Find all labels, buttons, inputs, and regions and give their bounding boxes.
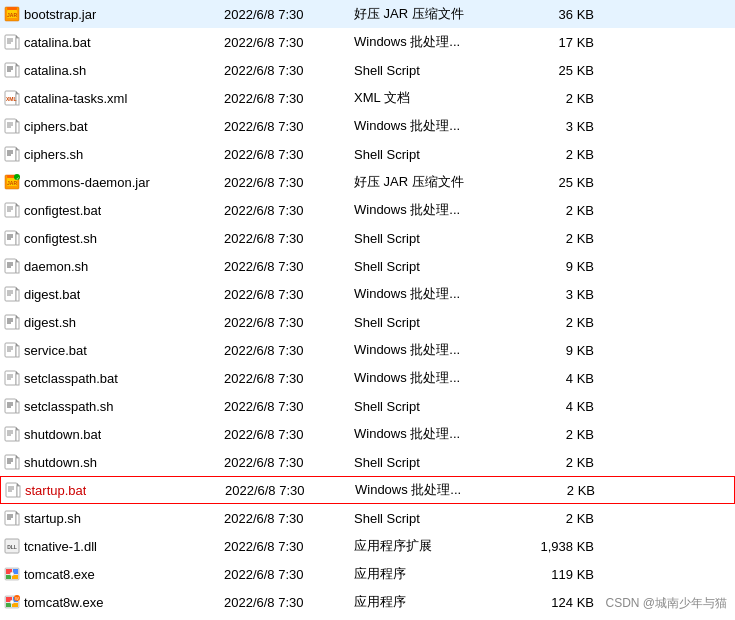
file-list: JAR bootstrap.jar2022/6/8 7:30好压 JAR 压缩文… [0,0,735,620]
svg-rect-3 [7,7,17,10]
table-row[interactable]: daemon.sh2022/6/8 7:30Shell Script9 KB [0,252,735,280]
svg-rect-20 [5,119,16,133]
svg-rect-40 [16,206,19,217]
file-type: Windows 批处理... [355,481,515,499]
table-row[interactable]: configtest.sh2022/6/8 7:30Shell Script2 … [0,224,735,252]
svg-rect-26 [5,147,16,161]
file-size: 2 KB [514,147,594,162]
file-date: 2022/6/8 7:30 [224,399,354,414]
file-name: catalina.sh [24,63,86,78]
file-size: 3 KB [514,287,594,302]
svg-rect-12 [16,66,19,77]
file-date: 2022/6/8 7:30 [224,595,354,610]
file-name: tomcat8.exe [24,567,95,582]
table-row[interactable]: digest.sh2022/6/8 7:30Shell Script2 KB [0,308,735,336]
bat-icon [4,370,20,386]
file-name-col: startup.sh [4,510,224,526]
table-row[interactable]: tomcat8.exe2022/6/8 7:30应用程序119 KB [0,560,735,588]
table-row[interactable]: JAR ✓ commons-daemon.jar2022/6/8 7:30好压 … [0,168,735,196]
bat-icon [4,342,20,358]
file-date: 2022/6/8 7:30 [224,259,354,274]
svg-rect-88 [16,430,19,441]
file-name-col: configtest.sh [4,230,224,246]
file-type: Windows 批处理... [354,285,514,303]
file-date: 2022/6/8 7:30 [224,35,354,50]
table-row[interactable]: digest.bat2022/6/8 7:30Windows 批处理...3 K… [0,280,735,308]
svg-rect-76 [16,374,19,385]
file-size: 119 KB [514,567,594,582]
table-row[interactable]: setclasspath.bat2022/6/8 7:30Windows 批处理… [0,364,735,392]
file-name-col: ciphers.sh [4,146,224,162]
file-date: 2022/6/8 7:30 [224,315,354,330]
file-type: Shell Script [354,315,514,330]
file-name-col: configtest.bat [4,202,224,218]
table-row[interactable]: catalina.sh2022/6/8 7:30Shell Script25 K… [0,56,735,84]
file-name: shutdown.bat [24,427,101,442]
svg-rect-22 [16,122,19,133]
svg-rect-68 [5,343,16,357]
file-type: 应用程序 [354,565,514,583]
file-date: 2022/6/8 7:30 [224,231,354,246]
svg-rect-82 [16,402,19,413]
jar-icon: JAR [4,6,20,22]
sh-icon [4,398,20,414]
table-row[interactable]: startup.sh2022/6/8 7:30Shell Script2 KB [0,504,735,532]
file-size: 3 KB [514,119,594,134]
table-row[interactable]: configtest.bat2022/6/8 7:30Windows 批处理..… [0,196,735,224]
file-name: setclasspath.sh [24,399,114,414]
file-type: Shell Script [354,511,514,526]
file-date: 2022/6/8 7:30 [224,203,354,218]
bat-icon [5,482,21,498]
file-name: tomcat8w.exe [24,595,104,610]
table-row[interactable]: DLL tcnative-1.dll2022/6/8 7:30应用程序扩展1,9… [0,532,735,560]
file-date: 2022/6/8 7:30 [224,455,354,470]
table-row[interactable]: XML catalina-tasks.xml2022/6/8 7:30XML 文… [0,84,735,112]
file-date: 2022/6/8 7:30 [224,427,354,442]
file-date: 2022/6/8 7:30 [224,371,354,386]
file-date: 2022/6/8 7:30 [225,483,355,498]
file-name-col: shutdown.sh [4,454,224,470]
table-row[interactable]: catalina.bat2022/6/8 7:30Windows 批处理...1… [0,28,735,56]
file-size: 2 KB [514,91,594,106]
file-type: Windows 批处理... [354,425,514,443]
svg-rect-86 [5,427,16,441]
file-type: Shell Script [354,455,514,470]
svg-rect-28 [16,150,19,161]
file-date: 2022/6/8 7:30 [224,287,354,302]
file-date: 2022/6/8 7:30 [224,567,354,582]
svg-text:JAR: JAR [7,180,17,186]
file-size: 4 KB [514,399,594,414]
file-name-col: DLL tcnative-1.dll [4,538,224,554]
file-name: setclasspath.bat [24,371,118,386]
table-row[interactable]: setclasspath.sh2022/6/8 7:30Shell Script… [0,392,735,420]
file-size: 25 KB [514,63,594,78]
file-date: 2022/6/8 7:30 [224,539,354,554]
table-row[interactable]: shutdown.sh2022/6/8 7:30Shell Script2 KB [0,448,735,476]
table-row[interactable]: shutdown.bat2022/6/8 7:30Windows 批处理...2… [0,420,735,448]
file-date: 2022/6/8 7:30 [224,63,354,78]
table-row[interactable]: ciphers.bat2022/6/8 7:30Windows 批处理...3 … [0,112,735,140]
file-name-col: ciphers.bat [4,118,224,134]
table-row[interactable]: ciphers.sh2022/6/8 7:30Shell Script2 KB [0,140,735,168]
table-row[interactable]: startup.bat2022/6/8 7:30Windows 批处理...2 … [0,476,735,504]
table-row[interactable]: JAR bootstrap.jar2022/6/8 7:30好压 JAR 压缩文… [0,0,735,28]
file-type: 应用程序 [354,593,514,611]
sh-icon [4,146,20,162]
file-size: 2 KB [514,203,594,218]
table-row[interactable]: service.bat2022/6/8 7:30Windows 批处理...9 … [0,336,735,364]
file-date: 2022/6/8 7:30 [224,147,354,162]
file-date: 2022/6/8 7:30 [224,91,354,106]
svg-text:✓: ✓ [16,176,19,181]
file-name: tcnative-1.dll [24,539,97,554]
file-name-col: setclasspath.sh [4,398,224,414]
file-size: 2 KB [514,315,594,330]
file-name-col: service.bat [4,342,224,358]
file-size: 9 KB [514,259,594,274]
table-row[interactable]: JAR tomcat-juli.jar2022/6/8 7:30好压 JAR 压… [0,616,735,620]
svg-rect-92 [5,455,16,469]
svg-rect-50 [5,259,16,273]
bat-icon [4,34,20,50]
svg-text:XML: XML [6,96,17,102]
sh-icon [4,62,20,78]
file-date: 2022/6/8 7:30 [224,175,354,190]
